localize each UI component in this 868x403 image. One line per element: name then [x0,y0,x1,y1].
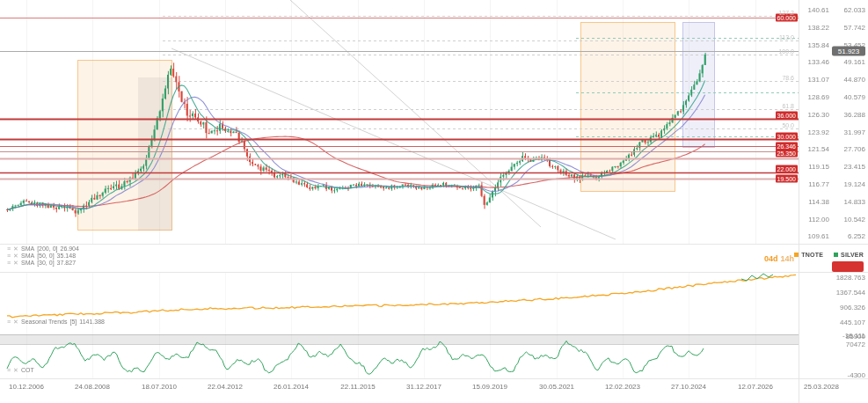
seasonal-axis-label: 445.107 [840,319,865,326]
date-tick-label: 22.11.2015 [340,383,375,391]
price-axis-row: 109.616.252 [799,232,868,239]
price-axis-row: 128.6940.579 [799,93,868,100]
tnote-axis-label: 138.22 [808,24,829,32]
indicator-settings-icon[interactable]: ≡ [7,245,11,253]
indicator-name: SMA [21,245,34,253]
silver-axis-label: 49.161 [844,58,865,66]
indicator-name: SMA [21,260,34,267]
silver-axis-label: 62.033 [844,6,865,14]
cot-axis-label: 85900 [846,333,865,341]
tnote-axis-label: 109.61 [808,232,829,240]
seasonal-axis-label: 1367.544 [836,289,865,297]
indicator-params: [30, 0] [37,260,54,267]
indicator-remove-icon[interactable]: ✕ [13,319,18,326]
silver-axis-label: 31.997 [844,128,865,136]
tnote-axis-label: 114.38 [808,198,829,206]
indicator-remove-icon[interactable]: ✕ [13,367,18,374]
cot-axis-label: -4300 [848,371,865,379]
sma-200-legend-row: ≡ ✕ SMA [200, 0] 26.904 [7,245,79,253]
indicator-remove-icon[interactable]: ✕ [13,253,18,260]
silver-axis-label: 6.252 [848,232,865,240]
fib-level-label: 61.8 [782,103,794,109]
indicator-remove-icon[interactable]: ✕ [13,260,18,267]
price-axis-row: 140.6162.033 [799,6,868,13]
indicator-remove-icon[interactable]: ✕ [13,245,18,253]
price-axis-row: 114.3814.833 [799,198,868,205]
chart-canvas[interactable] [0,0,799,378]
indicator-name: SMA [21,253,34,260]
indicator-params: [200, 0] [37,245,57,253]
date-tick-label: 25.03.2028 [804,383,839,391]
price-alert-badge[interactable]: 30.000 [776,133,798,141]
indicator-name: Seasonal Trends [21,319,68,326]
price-axis-row: 126.3036.288 [799,111,868,118]
date-tick-label: 18.07.2010 [142,383,177,391]
fib-level-label: 113.0 [779,34,794,40]
price-axis-row: 123.9231.997 [799,128,868,136]
countdown-days: 04d [764,254,778,263]
indicator-value: 35.148 [57,253,76,260]
tnote-axis-label: 112.00 [808,216,829,223]
indicator-settings-icon[interactable]: ≡ [7,260,11,267]
tnote-axis-label: 133.46 [808,58,829,66]
indicator-params: [5] [70,319,77,326]
price-axis-row: 116.7719.124 [799,180,868,187]
silver-value-badge [832,261,864,272]
indicator-value: 37.827 [57,260,76,267]
silver-axis-label: 19.124 [844,180,865,188]
price-axis-row: 121.5427.706 [799,145,868,152]
series-legend: TNOTE SILVER [794,252,864,258]
price-alert-badge[interactable]: 19.500 [776,175,798,183]
indicator-settings-icon[interactable]: ≡ [7,253,11,260]
date-tick-label: 12.02.2023 [605,383,640,391]
tnote-legend-label: TNOTE [801,252,823,258]
silver-axis-label: 36.288 [844,111,865,119]
price-axis-row: 138.2257.742 [799,24,868,31]
tnote-legend-item[interactable]: TNOTE [794,252,823,258]
price-alert-badge[interactable]: 22.000 [776,165,798,173]
panel-separator [0,272,868,273]
indicator-params: [50, 0] [37,253,54,260]
seasonal-axis-label: 906.326 [840,304,865,311]
countdown-hours: 14h [780,254,794,263]
silver-axis-label: 14.833 [844,198,865,206]
price-axis-row: 119.1523.415 [799,163,868,170]
date-tick-label: 15.09.2019 [472,383,507,391]
silver-legend-item[interactable]: SILVER [834,252,864,258]
indicator-settings-icon[interactable]: ≡ [7,367,11,374]
indicator-value: 26.904 [61,245,79,253]
date-tick-label: 10.12.2006 [9,383,44,391]
date-tick-label: 22.04.2012 [208,383,243,391]
bar-close-countdown: 04d14h [764,254,794,263]
cot-axis-label: 70472 [846,341,865,348]
panel-separator [0,244,868,245]
silver-axis-label: 23.415 [844,163,865,171]
fib-level-label: 78.6 [782,75,794,81]
silver-legend-label: SILVER [841,252,864,258]
sma-50-legend-row: ≡ ✕ SMA [50, 0] 35.148 [7,253,79,260]
current-price-badge: 51.923 [832,47,865,56]
tnote-axis-label: 121.54 [808,145,829,153]
silver-axis-label: 44.870 [844,76,865,84]
tnote-axis-label: 119.15 [808,163,829,171]
fib-level-label: 50.0 [782,122,794,128]
seasonal-trends-legend-row: ≡ ✕ Seasonal Trends [5] 1141.388 [7,319,105,326]
tnote-axis-label: 140.61 [808,6,829,14]
indicator-name: COT [21,367,34,374]
silver-axis-label: 57.742 [844,24,865,32]
date-tick-label: 27.10.2024 [671,383,706,391]
price-axis[interactable]: 140.6162.033138.2257.742135.8453.452133.… [799,0,868,255]
time-axis[interactable]: 10.12.200624.08.200818.07.201022.04.2012… [0,379,868,403]
price-axis-row: 112.0010.542 [799,216,868,223]
indicator-value: 1141.388 [79,319,105,326]
indicator-settings-icon[interactable]: ≡ [7,319,11,326]
price-alert-badge[interactable]: 25.350 [776,150,798,158]
date-tick-label: 12.07.2026 [738,383,773,391]
cot-legend-row: ≡ ✕ COT [7,367,34,374]
price-alert-badge[interactable]: 36.000 [776,112,798,120]
silver-axis-label: 40.579 [844,93,865,101]
tnote-axis-label: 135.84 [808,41,829,49]
date-tick-label: 30.05.2021 [539,383,574,391]
date-tick-label: 26.01.2014 [274,383,309,391]
silver-color-chip-icon [834,253,838,257]
